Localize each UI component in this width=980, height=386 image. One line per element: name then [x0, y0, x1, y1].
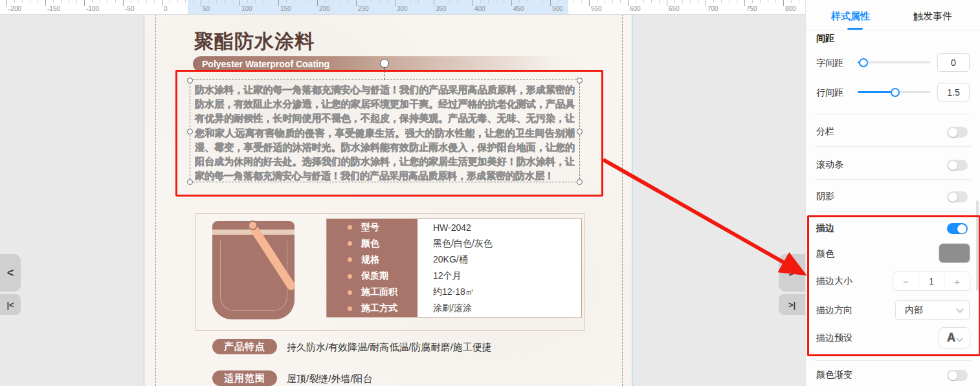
gradient-toggle[interactable] [947, 370, 968, 381]
letter-spacing-slider[interactable] [858, 61, 930, 63]
table-row[interactable]: 规格 20KG/桶 [327, 252, 581, 268]
ruler-major-tick [628, 0, 629, 6]
ruler-major-tick [473, 0, 473, 6]
ruler-major-tick [317, 0, 318, 6]
table-row[interactable]: 施工面积 约12-18㎡ [327, 284, 581, 301]
page-title[interactable]: 聚酯防水涂料 [194, 28, 315, 55]
ruler-major-tick [123, 0, 124, 6]
bullet-icon [348, 241, 352, 246]
columns-toggle[interactable] [947, 127, 968, 138]
spec-table[interactable]: 型号 HW-2042 颜色 黑色/白色/灰色 规格 20KG/桶 保质期 12个… [326, 219, 582, 317]
shadow-toggle[interactable] [947, 191, 968, 202]
ruler-major-tick [667, 0, 667, 6]
ruler-major-tick [550, 0, 551, 6]
bullet-icon [348, 225, 352, 230]
selection-handle[interactable] [577, 129, 583, 134]
gradient-label: 颜色渐变 [816, 369, 852, 381]
selected-text-block[interactable]: 防水涂料，让家的每一角落都充满安心与舒适！我们的产品采用高品质原料，形成紧密的防… [190, 80, 580, 182]
stroke-color-swatch[interactable] [939, 244, 970, 263]
divider [815, 360, 972, 361]
divider [815, 211, 972, 212]
selection-handle[interactable] [187, 78, 193, 83]
ruler-label: -150 [47, 5, 60, 12]
ruler-label: 750 [746, 5, 757, 12]
badge-scope[interactable]: 适用范围 [212, 370, 277, 386]
next-page-button[interactable]: > [779, 254, 805, 292]
section-spacing-title: 间距 [816, 33, 834, 45]
divider [815, 146, 972, 147]
table-row[interactable]: 施工方式 涂刷/滚涂 [327, 301, 581, 317]
first-page-button[interactable]: |< [0, 294, 21, 315]
columns-label: 分栏 [816, 126, 834, 138]
tab-style-properties[interactable]: 样式属性 [831, 10, 870, 23]
badge-product-features-text[interactable]: 持久防水/有效降温/耐高低温/防腐耐磨/施工便捷 [287, 341, 492, 354]
spec-value: 约12-18㎡ [418, 284, 581, 301]
ruler-major-tick [356, 0, 357, 6]
stroke-color-label: 颜色 [816, 248, 834, 260]
selection-handle[interactable] [187, 129, 193, 134]
line-spacing-label: 行间距 [816, 87, 843, 99]
ruler-label: 450 [513, 5, 524, 12]
ruler-label: 600 [630, 5, 641, 12]
panel-scrollbar[interactable] [976, 200, 979, 291]
ruler-label: 550 [591, 5, 602, 12]
slider-knob[interactable] [891, 88, 900, 97]
plus-icon[interactable]: + [944, 272, 970, 290]
ruler-major-tick [434, 0, 434, 6]
line-spacing-input[interactable]: 1.5 [937, 83, 970, 102]
stroke-direction-select[interactable]: 内部 [895, 300, 970, 320]
selection-handle[interactable] [187, 179, 193, 185]
page-edge-guide-right [632, 14, 632, 386]
properties-panel: 样式属性 触发事件 间距 字间距 0 行间距 1.5 分栏 滚动条 阴影 描边 … [805, 0, 980, 386]
ruler-label: 0 [164, 5, 168, 12]
badge-product-features[interactable]: 产品特点 [212, 339, 277, 354]
ruler-label: 800 [785, 5, 796, 12]
line-spacing-slider[interactable] [858, 91, 930, 93]
rotation-connector [384, 68, 385, 80]
prev-page-button[interactable]: < [0, 254, 21, 292]
badge-scope-text[interactable]: 屋顶/裂缝/外墙/阳台 [287, 373, 373, 385]
slider-knob[interactable] [859, 58, 868, 67]
page-edge-guide-left [144, 14, 144, 386]
ruler-major-tick [162, 0, 162, 6]
stroke-preset-button[interactable]: A [939, 327, 970, 348]
ruler-label: 400 [474, 5, 485, 12]
bucket-handle-knob [248, 220, 258, 230]
selection-handle[interactable] [577, 179, 583, 185]
stroke-size-stepper[interactable]: − 1 + [893, 272, 970, 291]
margin-guide-left [155, 14, 156, 386]
rotation-handle-icon[interactable] [380, 59, 389, 68]
ruler-major-tick [84, 0, 85, 6]
stroke-size-value: 1 [919, 272, 944, 290]
scrollbar-toggle[interactable] [947, 160, 968, 171]
letter-spacing-input[interactable]: 0 [937, 53, 970, 72]
spec-label: 施工方式 [361, 303, 397, 314]
stroke-label: 描边 [816, 222, 834, 234]
ruler-label: 700 [707, 5, 718, 12]
subtitle-bar[interactable]: Polyester Waterproof Coating [193, 56, 586, 72]
spec-value: 黑色/白色/灰色 [418, 235, 581, 252]
table-row[interactable]: 颜色 黑色/白色/灰色 [327, 235, 581, 252]
table-row[interactable]: 型号 HW-2042 [327, 219, 581, 235]
last-page-button[interactable]: >| [779, 294, 805, 315]
spec-label: 型号 [361, 222, 379, 233]
stroke-preset-label: 描边预设 [816, 332, 852, 344]
ruler: -200-150-100-500501001502002503003504004… [0, 0, 805, 15]
stroke-direction-value: 内部 [905, 305, 923, 316]
stroke-toggle[interactable] [947, 223, 968, 234]
selection-handle[interactable] [577, 78, 583, 83]
scrollbar-label: 滚动条 [816, 159, 843, 171]
divider [815, 114, 972, 114]
divider [815, 179, 972, 180]
ruler-label: 500 [552, 5, 563, 12]
subtitle-text: Polyester Waterproof Coating [193, 56, 586, 72]
minus-icon[interactable]: − [893, 272, 919, 290]
letter-spacing-label: 字间距 [816, 58, 843, 69]
ruler-major-tick [45, 0, 46, 6]
tab-trigger-events[interactable]: 触发事件 [913, 10, 952, 23]
bullet-icon [348, 306, 352, 311]
divider [806, 30, 980, 30]
ruler-label: 150 [280, 5, 291, 12]
spec-label: 规格 [361, 254, 379, 266]
table-row[interactable]: 保质期 12个月 [327, 268, 581, 284]
